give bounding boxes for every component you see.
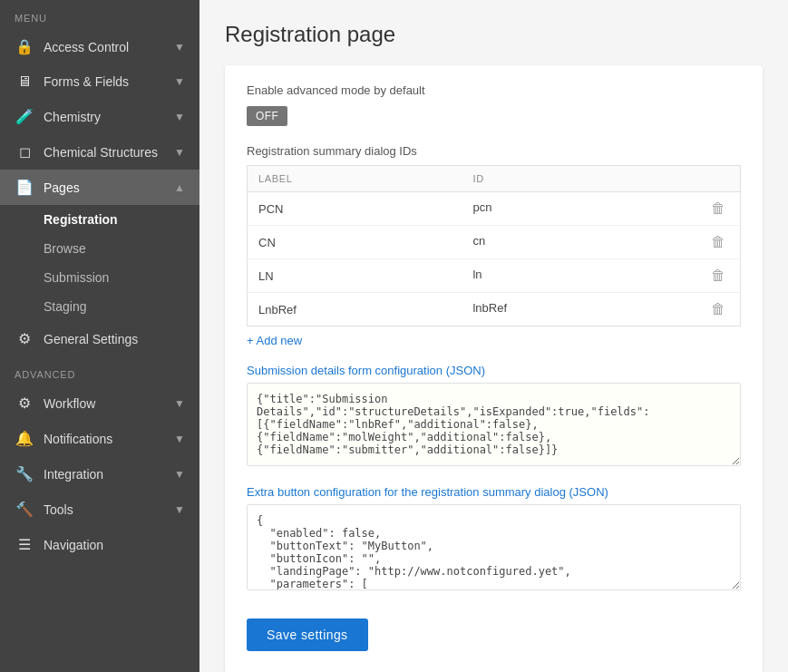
table-cell-id: cn 🗑 xyxy=(462,226,740,259)
advanced-section-label: ADVANCED xyxy=(0,356,199,385)
chevron-down-icon: ▼ xyxy=(174,468,185,481)
toggle-label: Enable advanced mode by default xyxy=(247,83,741,97)
workflow-icon: ⚙ xyxy=(15,394,34,412)
sidebar-item-notifications[interactable]: 🔔 Notifications ▼ xyxy=(0,421,199,456)
sidebar-sub-item-staging[interactable]: Staging xyxy=(0,292,199,321)
sidebar-item-tools[interactable]: 🔨 Tools ▼ xyxy=(0,492,199,527)
delete-row-button[interactable]: 🗑 xyxy=(707,234,729,250)
sidebar-item-label: Workflow xyxy=(44,396,95,411)
sidebar-item-general-settings[interactable]: ⚙ General Settings xyxy=(0,321,199,356)
delete-row-button[interactable]: 🗑 xyxy=(707,301,729,317)
table-cell-label: PCN xyxy=(248,192,462,226)
sidebar-item-label: Access Control xyxy=(44,40,129,54)
table-row: LN ln 🗑 xyxy=(248,259,741,293)
access-control-icon: 🔒 xyxy=(15,38,34,55)
chemistry-icon: 🧪 xyxy=(15,108,34,125)
table-cell-id: ln 🗑 xyxy=(462,259,740,293)
integration-icon: 🔧 xyxy=(15,465,34,482)
chevron-down-icon: ▼ xyxy=(174,75,185,88)
menu-section-label: MENU xyxy=(0,0,199,29)
toggle-section: Enable advanced mode by default OFF xyxy=(247,83,741,126)
settings-icon: ⚙ xyxy=(15,330,34,347)
sidebar-item-workflow[interactable]: ⚙ Workflow ▼ xyxy=(0,385,199,421)
chevron-down-icon: ▼ xyxy=(174,146,185,159)
table-cell-id: pcn 🗑 xyxy=(462,192,740,226)
sidebar-item-integration[interactable]: 🔧 Integration ▼ xyxy=(0,456,199,492)
sidebar-item-pages[interactable]: 📄 Pages ▲ xyxy=(0,170,199,205)
json-label-2: Extra button configuration for the regis… xyxy=(247,485,741,499)
chevron-down-icon: ▼ xyxy=(174,433,185,445)
add-new-button[interactable]: + Add new xyxy=(247,334,302,347)
sidebar-item-access-control[interactable]: 🔒 Access Control ▼ xyxy=(0,29,199,64)
col-header-label: LABEL xyxy=(248,166,462,192)
page-title: Registration page xyxy=(225,22,763,47)
chemical-structures-icon: ◻ xyxy=(15,143,34,161)
sidebar-item-label: Chemistry xyxy=(44,110,101,124)
table-cell-id: lnbRef 🗑 xyxy=(462,293,740,326)
sidebar-item-chemical-structures[interactable]: ◻ Chemical Structures ▼ xyxy=(0,134,199,170)
chevron-up-icon: ▲ xyxy=(174,181,185,194)
table-cell-label: CN xyxy=(248,226,462,259)
sidebar-item-forms-fields[interactable]: 🖥 Forms & Fields ▼ xyxy=(0,64,199,99)
sidebar-item-label: Notifications xyxy=(44,432,112,446)
chevron-down-icon: ▼ xyxy=(174,41,185,54)
table-section: Registration summary dialog IDs LABEL ID… xyxy=(247,144,741,347)
chevron-down-icon: ▼ xyxy=(174,397,185,410)
chevron-down-icon: ▼ xyxy=(174,111,185,123)
sidebar-item-label: General Settings xyxy=(44,332,138,346)
sidebar: MENU 🔒 Access Control ▼ 🖥 Forms & Fields… xyxy=(0,0,199,672)
sidebar-item-label: Integration xyxy=(44,467,103,482)
table-section-label: Registration summary dialog IDs xyxy=(247,144,741,158)
sidebar-item-label: Pages xyxy=(44,180,80,195)
navigation-icon: ☰ xyxy=(15,536,34,553)
col-header-id: ID xyxy=(462,166,740,192)
delete-row-button[interactable]: 🗑 xyxy=(707,200,729,217)
save-settings-button[interactable]: Save settings xyxy=(247,618,368,651)
table-row: CN cn 🗑 xyxy=(248,226,741,259)
sidebar-item-label: Navigation xyxy=(44,538,103,552)
json-editor-1[interactable] xyxy=(247,383,741,466)
registration-table: LABEL ID PCN pcn 🗑 CN cn 🗑 LN ln 🗑 LnbRe… xyxy=(247,165,741,326)
advanced-mode-toggle[interactable]: OFF xyxy=(247,106,287,126)
sidebar-sub-item-browse[interactable]: Browse xyxy=(0,234,199,263)
table-row: LnbRef lnbRef 🗑 xyxy=(248,293,741,326)
forms-icon: 🖥 xyxy=(15,73,34,90)
table-cell-label: LN xyxy=(248,259,462,293)
sidebar-item-navigation[interactable]: ☰ Navigation xyxy=(0,527,199,562)
settings-card: Enable advanced mode by default OFF Regi… xyxy=(225,65,763,672)
table-cell-label: LnbRef xyxy=(248,293,462,326)
sidebar-sub-item-submission[interactable]: Submission xyxy=(0,263,199,292)
sidebar-item-label: Tools xyxy=(44,502,73,517)
sidebar-item-label: Chemical Structures xyxy=(44,145,158,160)
json-section-2: Extra button configuration for the regis… xyxy=(247,485,741,593)
notifications-icon: 🔔 xyxy=(15,430,34,447)
tools-icon: 🔨 xyxy=(15,501,34,518)
pages-icon: 📄 xyxy=(15,179,34,196)
json-label-1: Submission details form configuration (J… xyxy=(247,364,741,377)
sidebar-item-label: Forms & Fields xyxy=(44,74,129,89)
table-row: PCN pcn 🗑 xyxy=(248,192,741,226)
json-editor-2[interactable] xyxy=(247,504,741,590)
main-content: Registration page Enable advanced mode b… xyxy=(199,0,788,672)
chevron-down-icon: ▼ xyxy=(174,503,185,516)
delete-row-button[interactable]: 🗑 xyxy=(707,268,729,284)
json-section-1: Submission details form configuration (J… xyxy=(247,364,741,469)
sidebar-sub-item-registration[interactable]: Registration xyxy=(0,205,199,234)
sidebar-item-chemistry[interactable]: 🧪 Chemistry ▼ xyxy=(0,99,199,134)
